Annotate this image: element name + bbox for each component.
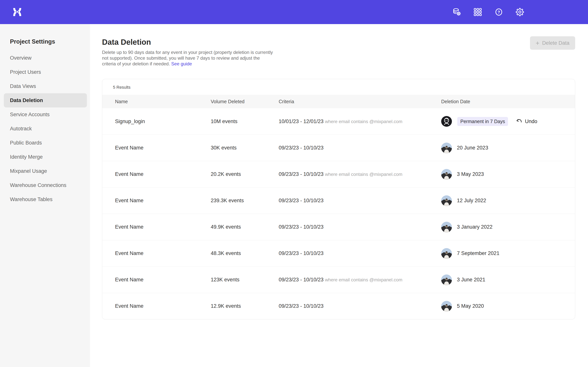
deletion-date: 3 June 2021 (457, 277, 485, 283)
criteria-range: 09/23/23 - 10/10/23 (279, 224, 323, 230)
undo-button[interactable]: Undo (516, 118, 537, 125)
user-avatar (441, 116, 452, 127)
results-count: 5 Results (102, 79, 575, 95)
criteria-cell: 09/23/23 - 10/10/23 (279, 145, 441, 151)
main-content: Data Deletion Delete up to 90 days data … (90, 24, 588, 367)
sidebar-item-project-users[interactable]: Project Users (4, 65, 87, 79)
help-icon[interactable]: ? (494, 8, 503, 17)
settings-icon[interactable] (515, 8, 524, 17)
volume-deleted: 12.9K events (211, 303, 279, 309)
see-guide-link[interactable]: See guide (171, 61, 192, 66)
deletion-date: 3 January 2022 (457, 224, 493, 230)
sidebar-item-label: Data Deletion (10, 98, 43, 103)
sidebar-nav: Overview Project Users Data Views Data D… (0, 51, 90, 206)
status-badge: Permanent in 7 Days (457, 117, 508, 126)
column-header-deletion-date: Deletion Date (441, 99, 575, 104)
deletion-date: 7 September 2021 (457, 250, 499, 256)
column-header-criteria: Criteria (279, 99, 441, 104)
sidebar-item-service-accounts[interactable]: Service Accounts (4, 108, 87, 122)
event-name: Event Name (115, 224, 211, 230)
criteria-range: 10/01/23 - 12/01/23 (279, 118, 323, 124)
volume-deleted: 239.3K events (211, 198, 279, 204)
sidebar-item-label: Data Views (10, 83, 36, 89)
table-row[interactable]: Event Name 30K events 09/23/23 - 10/10/2… (102, 134, 575, 161)
deletion-date-cell: 3 January 2022 (441, 222, 575, 233)
sidebar-item-label: Identity Merge (10, 154, 43, 160)
criteria-range: 09/23/23 - 10/10/23 (279, 145, 323, 151)
volume-deleted: 48.3K events (211, 250, 279, 256)
volume-deleted: 49.9K events (211, 224, 279, 230)
sidebar-item-public-boards[interactable]: Public Boards (4, 136, 87, 150)
sidebar-item-identity-merge[interactable]: Identity Merge (4, 150, 87, 164)
criteria-cell: 09/23/23 - 10/10/23 where email contains… (279, 171, 441, 177)
table-row[interactable]: Event Name 12.9K events 09/23/23 - 10/10… (102, 293, 575, 319)
criteria-range: 09/23/23 - 10/10/23 (279, 277, 323, 283)
criteria-cell: 10/01/23 - 12/01/23 where email contains… (279, 118, 441, 125)
sidebar-item-overview[interactable]: Overview (4, 51, 87, 65)
column-header-volume: Volume Deleted (211, 99, 279, 104)
table-body: Signup_login 10M events 10/01/23 - 12/01… (102, 108, 575, 319)
criteria-cell: 09/23/23 - 10/10/23 (279, 250, 441, 256)
criteria-cell: 09/23/23 - 10/10/23 (279, 198, 441, 204)
event-name: Event Name (115, 277, 211, 283)
undo-label: Undo (525, 118, 537, 125)
criteria-filter: where email contains @mixpanel.com (325, 277, 403, 282)
event-name: Event Name (115, 303, 211, 309)
sidebar-item-autotrack[interactable]: Autotrack (4, 122, 87, 136)
deletion-date: 12 July 2022 (457, 198, 486, 204)
sidebar-item-data-deletion[interactable]: Data Deletion (4, 93, 87, 108)
criteria-cell: 09/23/23 - 10/10/23 (279, 224, 441, 230)
table-row[interactable]: Event Name 123K events 09/23/23 - 10/10/… (102, 267, 575, 293)
topbar-icons: ? (452, 8, 524, 17)
data-management-icon[interactable] (452, 8, 461, 17)
sidebar-item-warehouse-connections[interactable]: Warehouse Connections (4, 178, 87, 192)
page-title: Data Deletion (102, 38, 575, 46)
apps-grid-icon[interactable] (473, 8, 482, 17)
table-row[interactable]: Event Name 49.9K events 09/23/23 - 10/10… (102, 214, 575, 240)
user-avatar (441, 301, 452, 312)
criteria-filter: where email contains @mixpanel.com (325, 119, 403, 124)
sidebar-item-warehouse-tables[interactable]: Warehouse Tables (4, 192, 87, 206)
table-row[interactable]: Event Name 48.3K events 09/23/23 - 10/10… (102, 240, 575, 267)
user-avatar (441, 275, 452, 285)
sidebar-item-label: Autotrack (10, 126, 32, 132)
plus-icon: + (536, 40, 540, 46)
volume-deleted: 10M events (211, 118, 279, 125)
delete-data-button[interactable]: + Delete Data (530, 36, 575, 50)
table-row[interactable]: Event Name 239.3K events 09/23/23 - 10/1… (102, 187, 575, 214)
user-avatar (441, 142, 452, 153)
sidebar-item-label: Warehouse Tables (10, 197, 52, 202)
sidebar-item-data-views[interactable]: Data Views (4, 79, 87, 93)
deletion-date-cell: Permanent in 7 Days Undo (441, 116, 575, 127)
mixpanel-logo-icon[interactable] (11, 6, 23, 18)
deletion-date-cell: 3 May 2023 (441, 169, 575, 180)
table-row[interactable]: Event Name 20.2K events 09/23/23 - 10/10… (102, 161, 575, 187)
sidebar-item-label: Project Users (10, 69, 41, 75)
deletion-date: 20 June 2023 (457, 145, 488, 151)
svg-text:?: ? (497, 10, 500, 15)
column-header-name: Name (115, 99, 211, 104)
event-name: Event Name (115, 250, 211, 256)
event-name: Event Name (115, 145, 211, 151)
deletion-date-cell: 3 June 2021 (441, 275, 575, 285)
user-avatar (441, 222, 452, 233)
user-avatar (441, 169, 452, 180)
sidebar-item-label: Mixpanel Usage (10, 168, 47, 174)
volume-deleted: 123K events (211, 277, 279, 283)
deletion-date: 3 May 2023 (457, 171, 484, 177)
criteria-range: 09/23/23 - 10/10/23 (279, 250, 323, 256)
table-row[interactable]: Signup_login 10M events 10/01/23 - 12/01… (102, 108, 575, 134)
page-description: Delete up to 90 days data for any event … (102, 50, 274, 67)
table-header-row: Name Volume Deleted Criteria Deletion Da… (102, 95, 575, 108)
undo-icon (516, 118, 523, 125)
sidebar-item-label: Service Accounts (10, 112, 50, 117)
criteria-cell: 09/23/23 - 10/10/23 where email contains… (279, 277, 441, 283)
sidebar-item-label: Warehouse Connections (10, 182, 66, 188)
criteria-range: 09/23/23 - 10/10/23 (279, 303, 323, 309)
deletion-date-cell: 12 July 2022 (441, 195, 575, 206)
deletion-date-cell: 7 September 2021 (441, 248, 575, 259)
event-name: Signup_login (115, 118, 211, 125)
sidebar-item-mixpanel-usage[interactable]: Mixpanel Usage (4, 164, 87, 178)
volume-deleted: 30K events (211, 145, 279, 151)
deletion-date-cell: 5 May 2020 (441, 301, 575, 312)
